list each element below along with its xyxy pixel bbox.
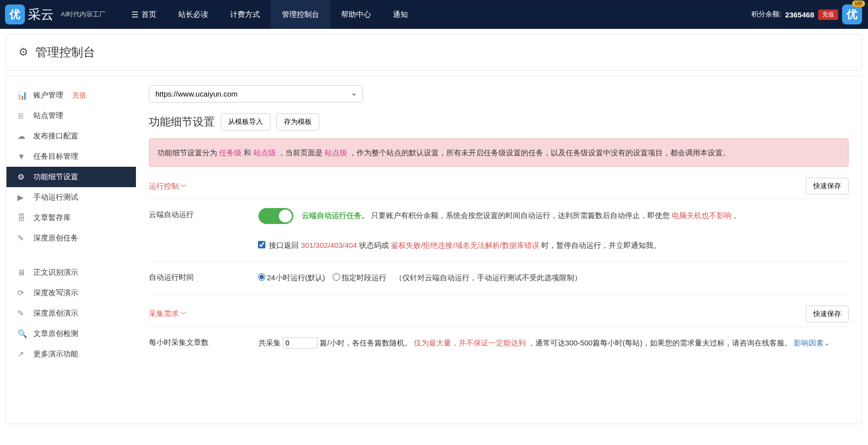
sidebar-item-plagiarism[interactable]: 🔍文章原创检测 [6, 324, 136, 344]
gear-icon: ⚙ [18, 46, 28, 59]
edit-icon: ✎ [17, 309, 26, 318]
section-title: 功能细节设置 [149, 114, 215, 129]
sidebar-item-label: 正文识别演示 [33, 268, 78, 277]
sidebar-item-label: 发布接口配置 [33, 131, 78, 141]
nav-notice[interactable]: 通知 [382, 0, 419, 29]
radio-period-label[interactable]: 指定时段运行 [333, 273, 386, 282]
sidebar-item-label: 深度原创任务 [33, 233, 78, 243]
radio-text: 24小时运行(默认) [267, 273, 325, 282]
green-text: 云端自动运行任务。 [302, 211, 369, 220]
cogs-icon: ⚙ [17, 172, 26, 182]
site-select[interactable]: https://www.ucaiyun.com [149, 85, 363, 103]
recharge-button[interactable]: 充值 [818, 9, 838, 20]
row-label: 云端自动运行 [149, 208, 258, 252]
sidebar-item-label: 更多演示功能 [33, 349, 78, 359]
sidebar-item-label: 账户管理 [33, 91, 63, 100]
logo[interactable]: 优 采云 AI时代内容工厂 [5, 4, 106, 24]
logo-icon: 优 [5, 4, 25, 24]
sidebar-item-label: 深度改写演示 [33, 288, 78, 298]
import-template-button[interactable]: 从模板导入 [221, 113, 270, 130]
red-text: 电脑关机也不影响 [672, 211, 732, 220]
text: ，通常可达300-500篇每小时(每站)，如果您的需求量夫过标，请咨询在线客服。 [528, 338, 792, 347]
nav-home[interactable]: ☰首页 [121, 0, 167, 29]
sidebar-item-original-demo[interactable]: ✎深度原创演示 [6, 303, 136, 324]
pause-on-error-checkbox[interactable] [258, 241, 265, 248]
sidebar-item-deep-original[interactable]: ✎深度原创任务 [6, 228, 136, 248]
chk-text: 状态码或 [359, 241, 389, 249]
row-auto-run-time: 自动运行时间 24小时运行(默认) 指定时段运行 （仅针对云端自动运行，手动运行… [149, 262, 849, 295]
sidebar-item-content-demo[interactable]: 🖥正文识别演示 [6, 262, 136, 283]
nav-console[interactable]: 管理控制台 [271, 0, 330, 29]
radio-24h-label[interactable]: 24小时运行(默认) [258, 273, 325, 282]
note-text: （仅针对云端自动运行，手动运行测试不受此选项限制） [395, 273, 582, 282]
panel-run-control-title[interactable]: 运行控制︾ [149, 182, 187, 191]
chk-text: 时，暂停自动运行，并立即通知我。 [541, 241, 661, 249]
info-alert: 功能细节设置分为 任务级 和 站点级 ，当前页面是 站点级 ，作为整个站点的默认… [149, 138, 849, 167]
sidebar-item-label: 手动运行测试 [33, 193, 78, 202]
row-content: 24小时运行(默认) 指定时段运行 （仅针对云端自动运行，手动运行测试不受此选项… [258, 271, 849, 285]
filter-icon: ▼ [17, 152, 26, 161]
chevron-down-icon: ⌄ [824, 338, 830, 347]
db-icon: 🗄 [17, 214, 26, 222]
sidebar-item-label: 功能细节设置 [33, 172, 78, 182]
sidebar-item-manual-run[interactable]: ▶手动运行测试 [6, 187, 136, 208]
sidebar-item-rewrite-demo[interactable]: ⟳深度改写演示 [6, 283, 136, 303]
quick-save-button[interactable]: 快速保存 [806, 306, 849, 323]
codes-text: 301/302/403/404 [301, 241, 357, 249]
site-select-wrap: https://www.ucaiyun.com [149, 85, 363, 103]
alert-text: ，当前页面是 [278, 148, 323, 157]
vip-badge: VIP [852, 0, 865, 7]
nav-help[interactable]: 帮助中心 [330, 0, 382, 29]
alert-task-level: 任务级 [219, 148, 242, 157]
factors-link[interactable]: 影响因素 [794, 338, 824, 347]
row-content: 云端自动运行任务。 只要账户有积分余额，系统会按您设置的时间自动运行，达到所需篇… [258, 208, 849, 252]
radio-24h[interactable] [258, 273, 265, 281]
sidebar-item-staging[interactable]: 🗄文章暂存库 [6, 208, 136, 228]
chevron-down-icon: ︾ [181, 183, 187, 190]
text: 篇/小时，各任务篇数随机。 [320, 338, 411, 347]
top-header: 优 采云 AI时代内容工厂 ☰首页 站长必读 计费方式 管理控制台 帮助中心 通… [0, 0, 868, 29]
sidebar-item-more-demo[interactable]: ↗更多演示功能 [6, 344, 136, 364]
articles-per-hour-input[interactable] [283, 337, 318, 348]
nav-billing[interactable]: 计费方式 [219, 0, 271, 29]
panel-collect-header: 采集需求︾ 快速保存 [149, 306, 849, 327]
sidebar-item-sites[interactable]: ≣站点管理 [6, 106, 136, 126]
sidebar-item-account[interactable]: 📊账户管理充值 [6, 85, 136, 106]
cloud-auto-toggle[interactable] [258, 208, 293, 224]
panel-collect-title[interactable]: 采集需求︾ [149, 309, 187, 319]
radio-text: 指定时段运行 [342, 273, 386, 282]
alert-text: 功能细节设置分为 [157, 148, 217, 157]
desktop-icon: 🖥 [17, 268, 26, 277]
avatar-wrap[interactable]: 优 VIP [842, 4, 862, 24]
recharge-badge: 充值 [72, 91, 86, 100]
chart-icon: 📊 [17, 91, 26, 100]
text: 共采集 [258, 338, 281, 347]
nav-mustread[interactable]: 站长必读 [167, 0, 219, 29]
edit-icon: ✎ [17, 233, 26, 243]
sidebar-item-publish[interactable]: ☁发布接口配置 [6, 126, 136, 146]
alert-text: 和 [244, 148, 251, 157]
sidebar: 📊账户管理充值 ≣站点管理 ☁发布接口配置 ▼任务目标管理 ⚙功能细节设置 ▶手… [6, 76, 136, 424]
desc-text: 。 [734, 211, 741, 220]
radio-period[interactable] [333, 273, 340, 281]
layout: 📊账户管理充值 ≣站点管理 ☁发布接口配置 ▼任务目标管理 ⚙功能细节设置 ▶手… [6, 76, 862, 424]
panel-title-text: 运行控制 [149, 182, 179, 190]
nav-links: ☰首页 站长必读 计费方式 管理控制台 帮助中心 通知 [121, 0, 419, 29]
alert-text: ，作为整个站点的默认设置，所有未开启任务级设置的任务，以及任务级设置中没有的设置… [349, 148, 730, 157]
sidebar-item-feature-settings[interactable]: ⚙功能细节设置 [6, 167, 136, 187]
quick-save-button[interactable]: 快速保存 [806, 178, 849, 195]
section-title-row: 功能细节设置 从模板导入 存为模板 [149, 113, 849, 130]
row-content: 共采集 篇/小时，各任务篇数随机。 仅为最大量，并不保证一定能达到 ，通常可达3… [258, 336, 849, 350]
sidebar-item-label: 站点管理 [33, 111, 63, 120]
tagline: AI时代内容工厂 [61, 10, 106, 19]
save-template-button[interactable]: 存为模板 [276, 113, 319, 130]
avatar: 优 [842, 4, 862, 24]
points-label: 积分余额: [751, 10, 781, 19]
chevron-down-icon: ︾ [181, 311, 187, 318]
page-title-bar: ⚙ 管理控制台 [6, 34, 862, 71]
cloud-icon: ☁ [17, 131, 26, 141]
main-content: https://www.ucaiyun.com 功能细节设置 从模板导入 存为模… [136, 76, 862, 424]
desc-text: 只要账户有积分余额，系统会按您设置的时间自动运行，达到所需篇数后自动停止，即使您 [371, 211, 670, 220]
sidebar-item-task-target[interactable]: ▼任务目标管理 [6, 146, 136, 167]
list-icon: ≣ [17, 111, 26, 120]
